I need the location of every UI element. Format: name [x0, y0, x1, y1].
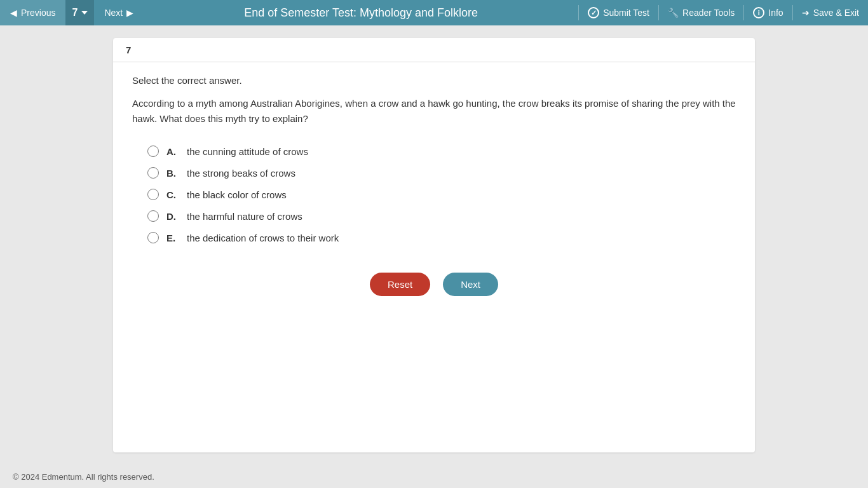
option-e[interactable]: E.the dedication of crows to their work — [145, 228, 736, 247]
test-title: End of Semester Test: Mythology and Folk… — [144, 6, 578, 20]
nav-right: ✓ Submit Test 🔧 Reader Tools i Info ➔ Sa… — [578, 0, 868, 25]
reset-button[interactable]: Reset — [370, 273, 430, 296]
save-exit-label: Save & Exit — [813, 8, 859, 18]
option-label-c: C. — [166, 189, 179, 200]
footer: © 2024 Edmentum. All rights reserved. — [0, 465, 868, 488]
submit-test-button[interactable]: ✓ Submit Test — [579, 0, 658, 25]
main-content: 7 Select the correct answer. According t… — [0, 25, 868, 465]
option-label-d: D. — [166, 211, 179, 222]
nav-left: ◀ Previous 7 Next ▶ — [0, 0, 144, 25]
save-icon: ➔ — [802, 8, 810, 18]
option-text-c: the black color of crows — [187, 189, 287, 200]
option-b[interactable]: B.the strong beaks of crows — [145, 163, 736, 182]
question-number-heading: 7 — [126, 44, 131, 55]
question-text: According to a myth among Australian Abo… — [132, 96, 736, 126]
previous-button[interactable]: ◀ Previous — [0, 0, 65, 25]
info-icon: i — [753, 7, 764, 18]
next-icon: ▶ — [126, 8, 133, 18]
option-text-a: the cunning attitude of crows — [187, 146, 308, 157]
previous-icon: ◀ — [10, 8, 17, 18]
radio-e[interactable] — [147, 232, 159, 243]
button-row: Reset Next — [132, 273, 736, 296]
next-button-bottom[interactable]: Next — [443, 273, 498, 296]
question-card: 7 Select the correct answer. According t… — [113, 38, 755, 452]
info-label: Info — [768, 8, 783, 18]
chevron-down-icon — [81, 11, 88, 15]
question-header: 7 — [113, 38, 755, 62]
question-number-display: 7 — [72, 7, 78, 18]
radio-b[interactable] — [147, 167, 159, 179]
option-text-e: the dedication of crows to their work — [187, 233, 339, 243]
option-d[interactable]: D.the harmful nature of crows — [145, 207, 736, 226]
wrench-icon: 🔧 — [668, 8, 679, 18]
next-button-top[interactable]: Next ▶ — [94, 0, 144, 25]
option-c[interactable]: C.the black color of crows — [145, 185, 736, 204]
copyright-text: © 2024 Edmentum. All rights reserved. — [13, 472, 154, 482]
navbar: ◀ Previous 7 Next ▶ End of Semester Test… — [0, 0, 868, 25]
reader-tools-button[interactable]: 🔧 Reader Tools — [659, 0, 743, 25]
option-a[interactable]: A.the cunning attitude of crows — [145, 142, 736, 161]
options-list: A.the cunning attitude of crowsB.the str… — [145, 142, 736, 247]
instruction-text: Select the correct answer. — [132, 75, 736, 86]
option-label-a: A. — [166, 146, 179, 157]
radio-d[interactable] — [147, 210, 159, 222]
option-label-e: E. — [166, 233, 179, 243]
question-number-badge[interactable]: 7 — [65, 0, 94, 25]
option-text-b: the strong beaks of crows — [187, 168, 295, 179]
question-body: Select the correct answer. According to … — [113, 62, 755, 309]
submit-icon: ✓ — [588, 7, 599, 18]
previous-label: Previous — [21, 8, 55, 18]
reader-tools-label: Reader Tools — [682, 8, 735, 18]
radio-a[interactable] — [147, 146, 159, 157]
next-label-top: Next — [104, 8, 123, 18]
save-exit-button[interactable]: ➔ Save & Exit — [793, 0, 868, 25]
info-button[interactable]: i Info — [744, 0, 792, 25]
option-label-b: B. — [166, 168, 179, 179]
radio-c[interactable] — [147, 189, 159, 200]
submit-label: Submit Test — [603, 8, 649, 18]
option-text-d: the harmful nature of crows — [187, 211, 302, 222]
